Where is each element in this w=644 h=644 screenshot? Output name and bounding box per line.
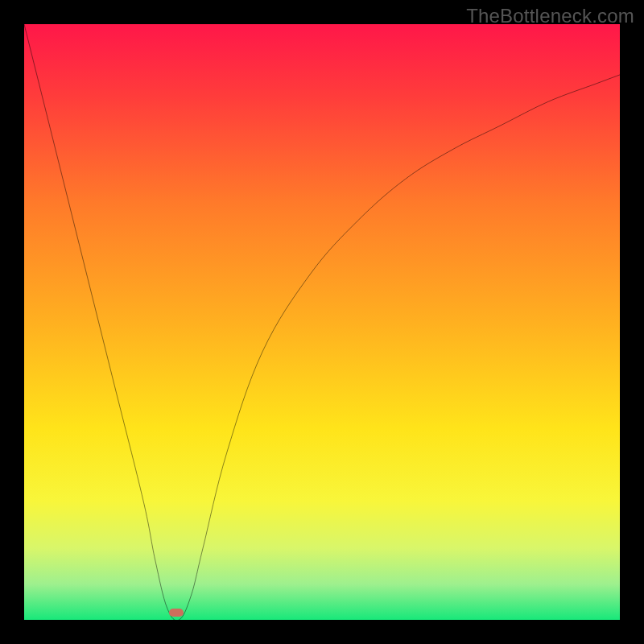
- plot-area: [24, 24, 620, 620]
- watermark-text: TheBottleneck.com: [466, 5, 634, 27]
- optimum-marker: [169, 609, 184, 617]
- bottleneck-curve: [24, 24, 620, 620]
- chart-frame: TheBottleneck.com: [0, 0, 644, 644]
